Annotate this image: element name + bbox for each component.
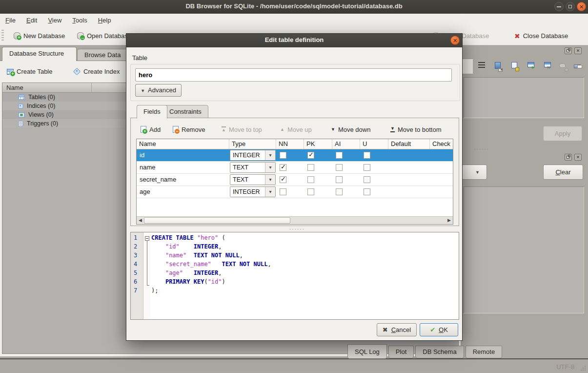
- advanced-toggle-button[interactable]: ▼Advanced: [135, 84, 182, 97]
- create-table-button[interactable]: + Create Table: [4, 65, 55, 78]
- tab-constraints[interactable]: Constraints: [162, 105, 208, 118]
- pk-checkbox[interactable]: [307, 152, 314, 159]
- add-field-button[interactable]: + Add: [139, 123, 162, 136]
- new-database-button[interactable]: + New Database: [11, 29, 68, 42]
- tab-database-structure[interactable]: Database Structure: [2, 47, 77, 61]
- create-index-button[interactable]: Create Index: [71, 65, 122, 78]
- close-database-button[interactable]: ✖ Close Database: [511, 29, 571, 42]
- field-name: age: [137, 186, 229, 195]
- tab-plot[interactable]: Plot: [388, 346, 414, 358]
- close-icon: ✕: [451, 37, 459, 45]
- move-to-top-button[interactable]: ▲ Move to top: [220, 123, 264, 136]
- maximize-button[interactable]: [566, 2, 575, 11]
- cell-print-button[interactable]: [572, 60, 584, 72]
- dock-close-button[interactable]: ✕: [574, 47, 582, 54]
- cancel-button[interactable]: ✖ Cancel: [377, 323, 417, 336]
- toolbar-drag-handle[interactable]: [1, 30, 4, 41]
- column-header-ai: AI: [332, 139, 360, 149]
- move-down-button[interactable]: ▼ Move down: [329, 123, 372, 136]
- field-type-combo[interactable]: INTEGER▾: [230, 186, 276, 197]
- menu-item-view[interactable]: View: [42, 14, 67, 27]
- cell-set-null-button[interactable]: [557, 60, 569, 72]
- dock-splitter-handle[interactable]: ······: [465, 148, 499, 151]
- u-checkbox[interactable]: [364, 152, 370, 159]
- scroll-right-icon[interactable]: ▶: [446, 217, 453, 224]
- move-up-button[interactable]: ▲ Move up: [278, 123, 314, 136]
- minus-badge-icon: −: [174, 128, 180, 134]
- tab-fields[interactable]: Fields: [137, 105, 167, 119]
- scroll-left-icon[interactable]: ◀: [137, 217, 144, 224]
- nn-checkbox[interactable]: [280, 188, 286, 195]
- scrollbar-thumb[interactable]: [144, 217, 290, 224]
- table-name-input[interactable]: [135, 68, 452, 82]
- clear-log-button[interactable]: Clear: [543, 165, 583, 180]
- sql-line-number: 5: [131, 269, 143, 278]
- move-to-bottom-button[interactable]: ▼ Move to bottom: [388, 123, 444, 136]
- dock-close-button-2[interactable]: ✕: [574, 154, 582, 161]
- menu-item-tools[interactable]: Tools: [67, 14, 92, 27]
- pk-checkbox[interactable]: [307, 188, 314, 195]
- cancel-label: Cancel: [391, 326, 411, 333]
- sql-line: "secret_name" TEXT NOT NULL,: [151, 261, 459, 269]
- tab-sql-log[interactable]: SQL Log: [347, 344, 387, 359]
- cell-import-button[interactable]: ▾: [493, 60, 505, 72]
- apply-button[interactable]: Apply: [543, 126, 582, 141]
- ai-checkbox[interactable]: [336, 188, 343, 195]
- tab-db-schema[interactable]: DB Schema: [415, 346, 464, 358]
- menu-item-help[interactable]: Help: [93, 14, 117, 27]
- remove-label: Remove: [182, 126, 205, 133]
- sql-log-area[interactable]: [464, 186, 584, 313]
- u-checkbox[interactable]: [364, 164, 370, 171]
- nn-checkbox[interactable]: [280, 176, 286, 183]
- minimize-button[interactable]: [554, 2, 564, 11]
- u-checkbox[interactable]: [364, 176, 370, 183]
- chevron-down-icon: ▾: [265, 187, 275, 197]
- sql-preview-editor[interactable]: 1234567 CREATE TABLE "hero" ( "id" INTEG…: [130, 232, 459, 320]
- nn-checkbox[interactable]: [280, 152, 286, 159]
- field-row[interactable]: nameTEXT▾: [137, 162, 453, 174]
- remove-field-button[interactable]: − Remove: [171, 123, 207, 136]
- tab-remote[interactable]: Remote: [466, 346, 503, 358]
- field-row[interactable]: idINTEGER▾: [137, 149, 453, 162]
- field-row[interactable]: ageINTEGER▾: [137, 186, 453, 198]
- move-down-label: Move down: [338, 126, 370, 133]
- close-button[interactable]: ✕: [577, 2, 586, 11]
- u-checkbox[interactable]: [364, 188, 370, 195]
- open-database-button[interactable]: → Open Database: [74, 29, 134, 42]
- pk-checkbox[interactable]: [307, 176, 314, 183]
- ok-button[interactable]: ✔ OK: [420, 323, 458, 336]
- ai-checkbox[interactable]: [336, 164, 343, 171]
- create-table-icon: +: [7, 69, 14, 75]
- menu-item-edit[interactable]: Edit: [21, 14, 42, 27]
- grid-horizontal-scrollbar[interactable]: ◀ ▶: [137, 216, 453, 224]
- fold-collapse-icon[interactable]: [145, 236, 149, 241]
- dock-float-button[interactable]: [565, 47, 572, 54]
- dialog-titlebar[interactable]: Edit table definition ✕: [126, 34, 462, 47]
- maximize-icon: [568, 5, 572, 8]
- resize-grip-icon[interactable]: [580, 365, 586, 371]
- menu-item-file[interactable]: File: [0, 14, 21, 27]
- field-type-combo[interactable]: TEXT▾: [230, 174, 276, 185]
- cell-save-button[interactable]: [509, 60, 521, 72]
- advanced-label: Advanced: [148, 86, 176, 94]
- nn-checkbox[interactable]: [280, 164, 286, 171]
- ai-checkbox[interactable]: [336, 176, 343, 183]
- dialog-splitter-handle[interactable]: ······: [283, 228, 312, 231]
- field-type-combo[interactable]: INTEGER▾: [230, 150, 276, 161]
- pk-checkbox[interactable]: [307, 164, 314, 171]
- sql-line-number: 3: [131, 252, 143, 261]
- dialog-close-button[interactable]: ✕: [450, 36, 460, 45]
- tab-browse-data[interactable]: Browse Data: [77, 49, 131, 61]
- dock-float-button-2[interactable]: [565, 154, 572, 161]
- cell-editor-area[interactable]: [464, 77, 584, 118]
- field-type-combo[interactable]: TEXT▾: [230, 162, 276, 173]
- field-row[interactable]: secret_nameTEXT▾: [137, 174, 453, 186]
- cell-link-button[interactable]: [542, 60, 554, 72]
- add-label: Add: [149, 126, 161, 133]
- cell-export-button[interactable]: [526, 60, 537, 72]
- sql-line: PRIMARY KEY("id"): [151, 278, 459, 287]
- ai-checkbox[interactable]: [336, 152, 343, 159]
- cell-editor-mode-button[interactable]: [476, 60, 488, 72]
- sql-token-id: "name": [165, 252, 186, 259]
- grid-body: idINTEGER▾nameTEXT▾secret_nameTEXT▾ageIN…: [137, 149, 453, 198]
